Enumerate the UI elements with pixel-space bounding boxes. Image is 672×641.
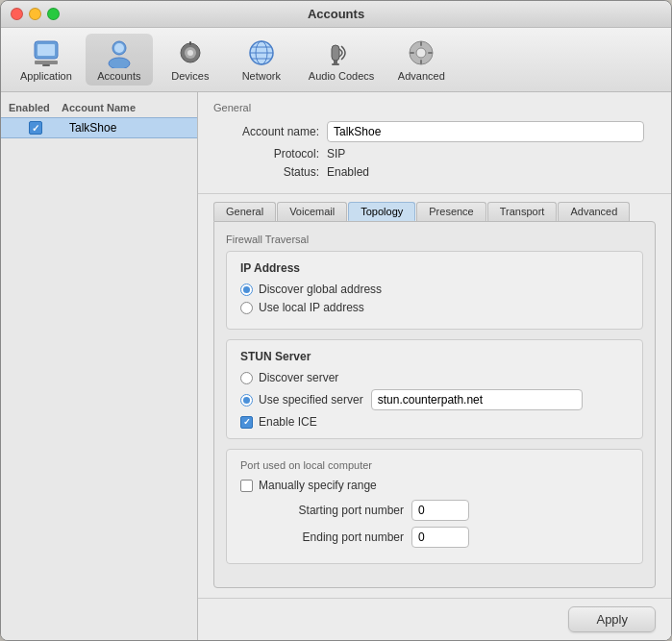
svg-point-9 xyxy=(187,50,193,56)
svg-rect-21 xyxy=(420,41,422,46)
toolbar-item-devices[interactable]: Devices xyxy=(157,34,224,86)
toolbar: Application Accounts xyxy=(1,28,671,92)
account-name-input[interactable] xyxy=(327,121,644,142)
svg-rect-3 xyxy=(42,64,50,66)
toolbar-label-accounts: Accounts xyxy=(97,70,140,82)
sidebar-row-talkshoe[interactable]: TalkShoe xyxy=(1,117,197,138)
close-button[interactable] xyxy=(11,8,23,20)
toolbar-label-audio-codecs: Audio Codecs xyxy=(309,70,375,82)
accounts-icon xyxy=(104,37,135,68)
ending-port-label: Ending port number xyxy=(240,530,404,544)
protocol-label: Protocol: xyxy=(213,147,319,160)
protocol-row: Protocol: SIP xyxy=(213,147,656,160)
account-name-label: Account name: xyxy=(213,125,319,138)
stun-server-input[interactable] xyxy=(371,389,583,410)
sidebar-header: Enabled Account Name xyxy=(1,100,197,117)
toolbar-label-devices: Devices xyxy=(171,70,209,82)
port-section-title: Port used on local computer xyxy=(240,459,629,471)
ending-port-input[interactable] xyxy=(411,527,469,548)
starting-port-row: Starting port number xyxy=(240,500,629,521)
manually-specify-label: Manually specify range xyxy=(259,479,377,492)
radio-discover-global-input[interactable] xyxy=(240,284,253,296)
sidebar-col-name-label: Account Name xyxy=(62,102,189,113)
window-controls xyxy=(11,8,60,20)
bottom-bar: Apply xyxy=(198,598,671,640)
protocol-value: SIP xyxy=(327,147,345,160)
firewall-title: Firewall Traversal xyxy=(226,234,643,245)
application-icon xyxy=(31,37,62,68)
toolbar-item-advanced[interactable]: Advanced xyxy=(387,34,455,86)
svg-point-20 xyxy=(416,48,426,58)
enable-ice-row[interactable]: Enable ICE xyxy=(240,415,629,429)
radio-use-specified[interactable]: Use specified server xyxy=(240,389,629,410)
svg-rect-18 xyxy=(332,63,339,65)
toolbar-item-accounts[interactable]: Accounts xyxy=(86,34,153,86)
stun-server-title: STUN Server xyxy=(240,350,629,363)
starting-port-input[interactable] xyxy=(411,500,469,521)
tab-topology[interactable]: Topology xyxy=(348,202,415,221)
status-label: Status: xyxy=(213,165,319,179)
tab-general[interactable]: General xyxy=(213,202,276,221)
manually-specify-row[interactable]: Manually specify range xyxy=(240,479,629,492)
network-icon xyxy=(246,37,277,68)
ip-address-section: IP Address Discover global address Use l… xyxy=(226,251,643,330)
tab-presence[interactable]: Presence xyxy=(416,202,485,221)
stun-server-section: STUN Server Discover server Use specifie… xyxy=(226,339,643,439)
status-row: Status: Enabled xyxy=(213,165,656,179)
radio-use-local-label: Use local IP address xyxy=(259,301,364,314)
radio-discover-server-input[interactable] xyxy=(240,372,253,384)
svg-rect-22 xyxy=(420,60,422,64)
toolbar-label-application: Application xyxy=(20,70,72,82)
general-section-title: General xyxy=(213,102,656,113)
tab-transport[interactable]: Transport xyxy=(487,202,558,221)
minimize-button[interactable] xyxy=(29,8,41,20)
svg-point-6 xyxy=(114,43,124,53)
radio-discover-global-label: Discover global address xyxy=(259,283,382,296)
toolbar-label-network: Network xyxy=(242,70,281,82)
svg-rect-10 xyxy=(189,41,191,45)
account-name-row: Account name: xyxy=(213,121,656,142)
radio-use-local-input[interactable] xyxy=(240,302,253,314)
status-value: Enabled xyxy=(327,165,369,179)
account-enabled-checkbox[interactable] xyxy=(29,121,42,135)
devices-icon xyxy=(175,37,206,68)
svg-rect-16 xyxy=(332,45,339,61)
tab-advanced[interactable]: Advanced xyxy=(558,202,630,221)
sidebar: Enabled Account Name TalkShoe xyxy=(1,92,198,640)
sidebar-col-enabled-label: Enabled xyxy=(9,102,62,113)
enable-ice-label: Enable ICE xyxy=(259,415,317,429)
port-section: Port used on local computer Manually spe… xyxy=(226,449,643,564)
manually-specify-checkbox[interactable] xyxy=(240,480,253,492)
main-content: Enabled Account Name TalkShoe General Ac… xyxy=(1,92,671,640)
apply-button[interactable]: Apply xyxy=(568,606,656,632)
titlebar: Accounts xyxy=(1,1,671,28)
svg-rect-2 xyxy=(37,44,55,56)
advanced-icon xyxy=(406,37,436,68)
topology-tab-content: Firewall Traversal IP Address Discover g… xyxy=(213,221,656,588)
svg-point-5 xyxy=(109,58,130,68)
toolbar-item-network[interactable]: Network xyxy=(228,34,295,86)
maximize-button[interactable] xyxy=(47,8,60,20)
account-name-cell: TalkShoe xyxy=(62,121,189,135)
toolbar-item-application[interactable]: Application xyxy=(11,34,82,86)
tab-voicemail[interactable]: Voicemail xyxy=(277,202,347,221)
radio-discover-server[interactable]: Discover server xyxy=(240,371,629,384)
radio-discover-global[interactable]: Discover global address xyxy=(240,283,629,296)
toolbar-label-advanced: Advanced xyxy=(398,70,445,82)
radio-use-specified-label: Use specified server xyxy=(259,393,363,407)
svg-rect-1 xyxy=(35,61,58,64)
window-title: Accounts xyxy=(308,7,364,21)
svg-rect-24 xyxy=(428,52,433,54)
audio-codecs-icon xyxy=(326,37,357,68)
starting-port-label: Starting port number xyxy=(240,504,404,517)
tabs-container: General Voicemail Topology Presence Tran… xyxy=(198,194,671,221)
right-panel: General Account name: Protocol: SIP Stat… xyxy=(198,92,671,640)
enable-ice-checkbox[interactable] xyxy=(240,416,253,429)
svg-rect-23 xyxy=(410,52,414,54)
radio-use-specified-input[interactable] xyxy=(240,394,253,407)
ending-port-row: Ending port number xyxy=(240,527,629,548)
radio-use-local[interactable]: Use local IP address xyxy=(240,301,629,314)
main-window: Accounts Application xyxy=(0,0,672,641)
toolbar-item-audio-codecs[interactable]: Audio Codecs xyxy=(299,34,385,86)
general-section: General Account name: Protocol: SIP Stat… xyxy=(198,92,671,194)
